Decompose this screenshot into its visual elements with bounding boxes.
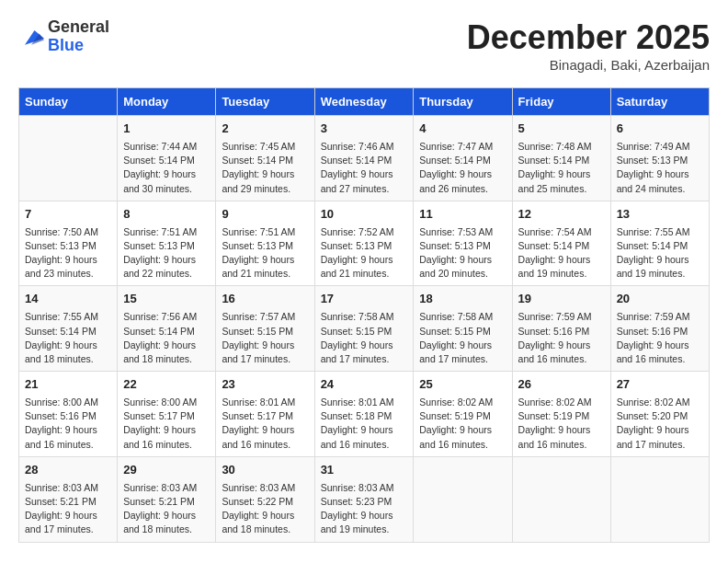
day-cell: 13Sunrise: 7:55 AM Sunset: 5:14 PM Dayli…: [610, 201, 709, 286]
day-info: Sunrise: 7:47 AM Sunset: 5:14 PM Dayligh…: [419, 140, 506, 196]
day-cell: 6Sunrise: 7:49 AM Sunset: 5:13 PM Daylig…: [610, 116, 709, 201]
day-cell: 24Sunrise: 8:01 AM Sunset: 5:18 PM Dayli…: [314, 372, 414, 457]
day-cell: [19, 116, 118, 201]
day-info: Sunrise: 8:03 AM Sunset: 5:22 PM Dayligh…: [222, 481, 308, 537]
day-info: Sunrise: 8:03 AM Sunset: 5:21 PM Dayligh…: [123, 481, 210, 537]
day-cell: 27Sunrise: 8:02 AM Sunset: 5:20 PM Dayli…: [610, 372, 709, 457]
week-row-1: 1Sunrise: 7:44 AM Sunset: 5:14 PM Daylig…: [19, 116, 710, 201]
day-info: Sunrise: 8:01 AM Sunset: 5:18 PM Dayligh…: [321, 396, 408, 452]
day-number: 11: [419, 206, 506, 224]
day-number: 24: [321, 376, 408, 394]
day-header-tuesday: Tuesday: [216, 88, 314, 116]
day-header-saturday: Saturday: [610, 88, 709, 116]
logo-general: General: [48, 17, 109, 36]
day-info: Sunrise: 8:00 AM Sunset: 5:16 PM Dayligh…: [25, 396, 111, 452]
day-number: 19: [518, 291, 605, 308]
day-info: Sunrise: 7:57 AM Sunset: 5:15 PM Dayligh…: [222, 310, 308, 366]
day-cell: [512, 456, 610, 542]
day-info: Sunrise: 8:02 AM Sunset: 5:19 PM Dayligh…: [419, 396, 506, 452]
day-info: Sunrise: 7:49 AM Sunset: 5:13 PM Dayligh…: [617, 140, 703, 196]
day-info: Sunrise: 8:00 AM Sunset: 5:17 PM Dayligh…: [123, 396, 210, 452]
day-number: 15: [123, 291, 210, 308]
day-info: Sunrise: 7:48 AM Sunset: 5:14 PM Dayligh…: [518, 140, 605, 196]
day-info: Sunrise: 8:02 AM Sunset: 5:20 PM Dayligh…: [617, 396, 703, 452]
day-cell: 30Sunrise: 8:03 AM Sunset: 5:22 PM Dayli…: [216, 456, 314, 542]
day-header-monday: Monday: [118, 88, 216, 116]
day-info: Sunrise: 7:51 AM Sunset: 5:13 PM Dayligh…: [222, 225, 308, 282]
day-number: 10: [321, 206, 408, 224]
day-cell: [414, 456, 512, 542]
logo: General Blue: [18, 18, 109, 55]
day-header-friday: Friday: [512, 88, 610, 116]
day-info: Sunrise: 8:03 AM Sunset: 5:23 PM Dayligh…: [321, 481, 408, 537]
logo-text: General Blue: [48, 18, 109, 55]
day-cell: 17Sunrise: 7:58 AM Sunset: 5:15 PM Dayli…: [314, 286, 414, 372]
day-number: 18: [419, 291, 506, 308]
day-cell: 2Sunrise: 7:45 AM Sunset: 5:14 PM Daylig…: [216, 116, 314, 201]
day-cell: 19Sunrise: 7:59 AM Sunset: 5:16 PM Dayli…: [512, 286, 610, 372]
day-number: 30: [222, 462, 308, 479]
title-area: December 2025 Binagadi, Baki, Azerbaijan: [467, 18, 710, 73]
logo-icon: [18, 24, 44, 50]
calendar-table: SundayMondayTuesdayWednesdayThursdayFrid…: [18, 87, 710, 543]
day-info: Sunrise: 7:58 AM Sunset: 5:15 PM Dayligh…: [419, 310, 506, 366]
day-info: Sunrise: 7:46 AM Sunset: 5:14 PM Dayligh…: [321, 140, 408, 196]
week-row-5: 28Sunrise: 8:03 AM Sunset: 5:21 PM Dayli…: [19, 456, 710, 542]
day-cell: 20Sunrise: 7:59 AM Sunset: 5:16 PM Dayli…: [610, 286, 709, 372]
day-number: 28: [25, 462, 111, 479]
day-number: 26: [518, 376, 605, 394]
week-row-4: 21Sunrise: 8:00 AM Sunset: 5:16 PM Dayli…: [19, 372, 710, 457]
day-number: 8: [123, 206, 210, 224]
month-title: December 2025: [467, 18, 710, 57]
day-number: 22: [123, 376, 210, 394]
day-cell: 1Sunrise: 7:44 AM Sunset: 5:14 PM Daylig…: [118, 116, 216, 201]
day-info: Sunrise: 8:03 AM Sunset: 5:21 PM Dayligh…: [25, 481, 111, 537]
day-cell: 29Sunrise: 8:03 AM Sunset: 5:21 PM Dayli…: [118, 456, 216, 542]
day-info: Sunrise: 7:45 AM Sunset: 5:14 PM Dayligh…: [222, 140, 308, 196]
day-header-sunday: Sunday: [19, 88, 118, 116]
day-number: 4: [419, 121, 506, 138]
day-number: 21: [25, 376, 111, 394]
day-number: 13: [617, 206, 703, 224]
day-header-thursday: Thursday: [414, 88, 512, 116]
day-number: 23: [222, 376, 308, 394]
day-number: 25: [419, 376, 506, 394]
day-cell: 25Sunrise: 8:02 AM Sunset: 5:19 PM Dayli…: [414, 372, 512, 457]
day-cell: 8Sunrise: 7:51 AM Sunset: 5:13 PM Daylig…: [118, 201, 216, 286]
day-cell: 7Sunrise: 7:50 AM Sunset: 5:13 PM Daylig…: [19, 201, 118, 286]
day-info: Sunrise: 7:44 AM Sunset: 5:14 PM Dayligh…: [123, 140, 210, 196]
day-cell: 10Sunrise: 7:52 AM Sunset: 5:13 PM Dayli…: [314, 201, 414, 286]
day-cell: 26Sunrise: 8:02 AM Sunset: 5:19 PM Dayli…: [512, 372, 610, 457]
day-cell: 9Sunrise: 7:51 AM Sunset: 5:13 PM Daylig…: [216, 201, 314, 286]
day-cell: 12Sunrise: 7:54 AM Sunset: 5:14 PM Dayli…: [512, 201, 610, 286]
week-row-2: 7Sunrise: 7:50 AM Sunset: 5:13 PM Daylig…: [19, 201, 710, 286]
day-cell: 31Sunrise: 8:03 AM Sunset: 5:23 PM Dayli…: [314, 456, 414, 542]
day-number: 17: [321, 291, 408, 308]
day-info: Sunrise: 7:58 AM Sunset: 5:15 PM Dayligh…: [321, 310, 408, 366]
day-number: 3: [321, 121, 408, 138]
week-row-3: 14Sunrise: 7:55 AM Sunset: 5:14 PM Dayli…: [19, 286, 710, 372]
day-info: Sunrise: 7:50 AM Sunset: 5:13 PM Dayligh…: [25, 225, 111, 282]
day-info: Sunrise: 7:55 AM Sunset: 5:14 PM Dayligh…: [25, 310, 111, 366]
day-info: Sunrise: 7:59 AM Sunset: 5:16 PM Dayligh…: [518, 310, 605, 366]
day-cell: 22Sunrise: 8:00 AM Sunset: 5:17 PM Dayli…: [118, 372, 216, 457]
day-number: 5: [518, 121, 605, 138]
day-number: 31: [321, 462, 408, 479]
day-info: Sunrise: 7:56 AM Sunset: 5:14 PM Dayligh…: [123, 310, 210, 366]
day-number: 16: [222, 291, 308, 308]
day-cell: 28Sunrise: 8:03 AM Sunset: 5:21 PM Dayli…: [19, 456, 118, 542]
day-number: 2: [222, 121, 308, 138]
day-info: Sunrise: 7:52 AM Sunset: 5:13 PM Dayligh…: [321, 225, 408, 282]
day-number: 7: [25, 206, 111, 224]
day-info: Sunrise: 7:51 AM Sunset: 5:13 PM Dayligh…: [123, 225, 210, 282]
day-cell: 21Sunrise: 8:00 AM Sunset: 5:16 PM Dayli…: [19, 372, 118, 457]
day-cell: [610, 456, 709, 542]
location-subtitle: Binagadi, Baki, Azerbaijan: [467, 57, 710, 73]
day-cell: 15Sunrise: 7:56 AM Sunset: 5:14 PM Dayli…: [118, 286, 216, 372]
day-number: 29: [123, 462, 210, 479]
day-info: Sunrise: 7:55 AM Sunset: 5:14 PM Dayligh…: [617, 225, 703, 282]
day-info: Sunrise: 7:53 AM Sunset: 5:13 PM Dayligh…: [419, 225, 506, 282]
logo-blue: Blue: [48, 36, 84, 54]
day-cell: 18Sunrise: 7:58 AM Sunset: 5:15 PM Dayli…: [414, 286, 512, 372]
day-number: 9: [222, 206, 308, 224]
